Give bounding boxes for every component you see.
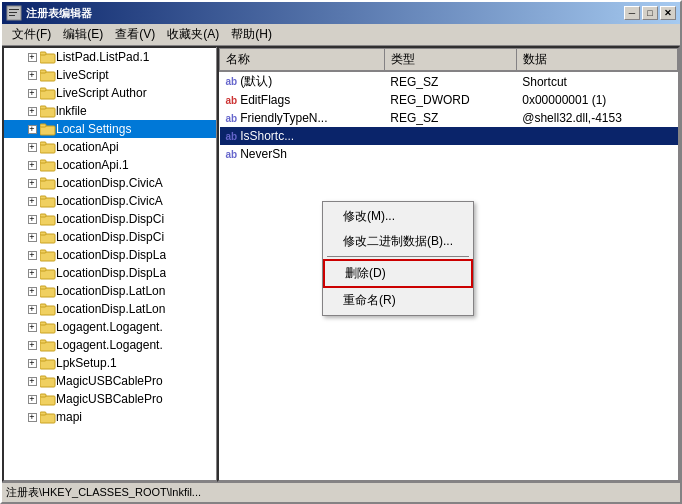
tree-expander-icon[interactable]: +	[24, 175, 40, 191]
tree-item[interactable]: + MagicUSBCablePro	[4, 390, 216, 408]
tree-item[interactable]: + LocationApi.1	[4, 156, 216, 174]
tree-expander-icon[interactable]: +	[24, 229, 40, 245]
table-cell-data	[516, 145, 677, 163]
col-name[interactable]: 名称	[220, 49, 385, 72]
tree-item[interactable]: + mapi	[4, 408, 216, 426]
tree-item-label: LocationDisp.CivicA	[56, 194, 163, 208]
table-row[interactable]: ab(默认)REG_SZShortcut	[220, 71, 678, 91]
col-type[interactable]: 类型	[384, 49, 516, 72]
folder-icon	[40, 356, 56, 370]
context-menu-item[interactable]: 修改二进制数据(B)...	[323, 229, 473, 254]
menu-file[interactable]: 文件(F)	[6, 25, 57, 45]
table-row[interactable]: abNeverSh	[220, 145, 678, 163]
menu-view[interactable]: 查看(V)	[109, 25, 161, 45]
tree-expander-icon[interactable]: +	[24, 49, 40, 65]
tree-expander-icon[interactable]: +	[24, 301, 40, 317]
folder-icon	[40, 104, 56, 118]
folder-icon	[40, 338, 56, 352]
tree-item[interactable]: + LiveScript	[4, 66, 216, 84]
tree-item[interactable]: + Local Settings	[4, 120, 216, 138]
folder-icon	[40, 320, 56, 334]
svg-rect-13	[40, 124, 46, 127]
tree-item-label: LocationDisp.DispLa	[56, 248, 166, 262]
tree-expander-icon[interactable]: +	[24, 121, 40, 137]
status-bar: 注册表\HKEY_CLASSES_ROOT\lnkfil...	[2, 482, 680, 502]
folder-icon	[40, 410, 56, 424]
menu-edit[interactable]: 编辑(E)	[57, 25, 109, 45]
table-cell-name: abFriendlyTypeN...	[220, 109, 385, 127]
tree-item[interactable]: + LocationApi	[4, 138, 216, 156]
menu-help[interactable]: 帮助(H)	[225, 25, 278, 45]
tree-expander-icon[interactable]: +	[24, 283, 40, 299]
svg-rect-41	[40, 376, 46, 379]
tree-expander-icon[interactable]: +	[24, 85, 40, 101]
tree-item-label: MagicUSBCablePro	[56, 374, 163, 388]
table-row[interactable]: abFriendlyTypeN...REG_SZ@shell32.dll,-41…	[220, 109, 678, 127]
context-menu-delete[interactable]: 删除(D)	[323, 259, 473, 288]
table-cell-name: ab(默认)	[220, 71, 385, 91]
tree-expander-icon[interactable]: +	[24, 391, 40, 407]
tree-item-label: LocationApi.1	[56, 158, 129, 172]
table-row[interactable]: abEditFlagsREG_DWORD0x00000001 (1)	[220, 91, 678, 109]
tree-item[interactable]: + Logagent.Logagent.	[4, 336, 216, 354]
main-window: 注册表编辑器 ─ □ ✕ 文件(F) 编辑(E) 查看(V) 收藏夹(A) 帮助…	[0, 0, 682, 504]
menu-favorites[interactable]: 收藏夹(A)	[161, 25, 225, 45]
tree-expander-icon[interactable]: +	[24, 355, 40, 371]
folder-icon	[40, 284, 56, 298]
table-cell-type	[384, 145, 516, 163]
tree-expander-icon[interactable]: +	[24, 337, 40, 353]
context-menu: 修改(M)...修改二进制数据(B)...删除(D)重命名(R)	[322, 201, 474, 316]
table-cell-type	[384, 127, 516, 145]
tree-expander-icon[interactable]: +	[24, 409, 40, 425]
tree-expander-icon[interactable]: +	[24, 373, 40, 389]
folder-icon	[40, 230, 56, 244]
close-button[interactable]: ✕	[660, 6, 676, 20]
tree-item[interactable]: + LocationDisp.LatLon	[4, 282, 216, 300]
tree-item[interactable]: + ListPad.ListPad.1	[4, 48, 216, 66]
tree-expander-icon[interactable]: +	[24, 247, 40, 263]
context-menu-item[interactable]: 修改(M)...	[323, 204, 473, 229]
context-menu-item[interactable]: 重命名(R)	[323, 288, 473, 313]
svg-rect-11	[40, 106, 46, 109]
tree-item[interactable]: + LocationDisp.DispCi	[4, 210, 216, 228]
tree-expander-icon[interactable]: +	[24, 319, 40, 335]
table-cell-type: REG_SZ	[384, 109, 516, 127]
minimize-button[interactable]: ─	[624, 6, 640, 20]
col-data[interactable]: 数据	[516, 49, 677, 72]
tree-item[interactable]: + LocationDisp.DispCi	[4, 228, 216, 246]
tree-expander-icon[interactable]: +	[24, 139, 40, 155]
tree-expander-icon[interactable]: +	[24, 67, 40, 83]
tree-item-label: LocationDisp.LatLon	[56, 284, 165, 298]
svg-rect-37	[40, 340, 46, 343]
tree-expander-icon[interactable]: +	[24, 193, 40, 209]
tree-expander-icon[interactable]: +	[24, 103, 40, 119]
table-row[interactable]: abIsShortc...	[220, 127, 678, 145]
tree-item[interactable]: + LiveScript Author	[4, 84, 216, 102]
tree-item-label: LocationDisp.DispLa	[56, 266, 166, 280]
tree-expander-icon[interactable]: +	[24, 265, 40, 281]
tree-item-label: ListPad.ListPad.1	[56, 50, 149, 64]
tree-item[interactable]: + LocationDisp.DispLa	[4, 264, 216, 282]
tree-item[interactable]: + Logagent.Logagent.	[4, 318, 216, 336]
tree-expander-icon[interactable]: +	[24, 157, 40, 173]
tree-item-label: LiveScript Author	[56, 86, 147, 100]
table-cell-type: REG_DWORD	[384, 91, 516, 109]
tree-item[interactable]: + lnkfile	[4, 102, 216, 120]
folder-icon	[40, 122, 56, 136]
content-area: + ListPad.ListPad.1+ LiveScript+ LiveScr…	[2, 46, 680, 482]
tree-item[interactable]: + LocationDisp.CivicA	[4, 174, 216, 192]
title-bar-left: 注册表编辑器	[6, 5, 92, 21]
maximize-button[interactable]: □	[642, 6, 658, 20]
svg-rect-45	[40, 412, 46, 415]
table-cell-name: abEditFlags	[220, 91, 385, 109]
tree-item[interactable]: + MagicUSBCablePro	[4, 372, 216, 390]
tree-item[interactable]: + LocationDisp.DispLa	[4, 246, 216, 264]
tree-expander-icon[interactable]: +	[24, 211, 40, 227]
svg-rect-1	[9, 9, 19, 10]
tree-item[interactable]: + LocationDisp.LatLon	[4, 300, 216, 318]
tree-item[interactable]: + LpkSetup.1	[4, 354, 216, 372]
tree-item-label: Local Settings	[56, 122, 131, 136]
table-cell-name: abNeverSh	[220, 145, 385, 163]
tree-panel[interactable]: + ListPad.ListPad.1+ LiveScript+ LiveScr…	[2, 46, 217, 482]
tree-item[interactable]: + LocationDisp.CivicA	[4, 192, 216, 210]
